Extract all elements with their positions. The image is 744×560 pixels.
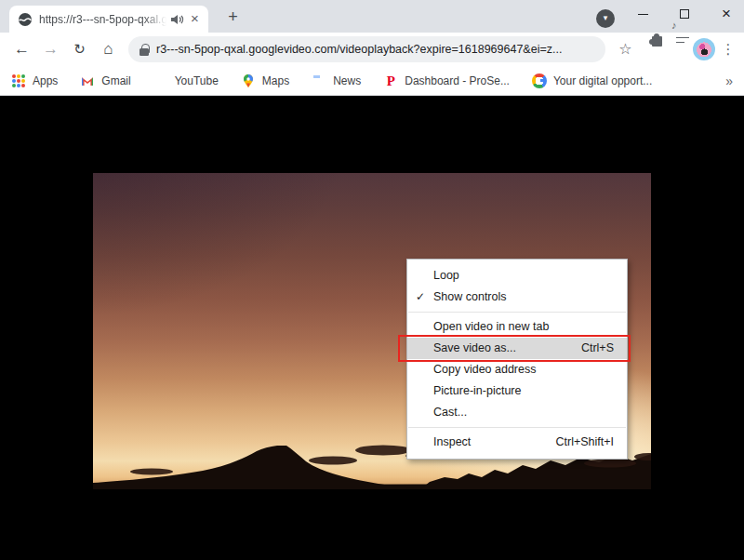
tab-search-button[interactable]: ▾ — [596, 9, 615, 28]
address-bar[interactable]: r3---sn-5pop-qxal.googlevideo.com/videop… — [128, 36, 605, 62]
home-button[interactable]: ⌂ — [94, 35, 123, 63]
menu-item-loop[interactable]: Loop — [407, 265, 627, 287]
profile-avatar[interactable] — [693, 38, 715, 60]
bookmarks-bar: Apps Gmail YouTube Maps News P Dashboard… — [0, 66, 744, 96]
close-window-button[interactable]: × — [711, 0, 742, 28]
bookmark-apps[interactable]: Apps — [11, 73, 58, 88]
shortcut-label: Ctrl+S — [581, 338, 614, 359]
lock-icon[interactable] — [140, 44, 149, 56]
gmail-icon — [80, 73, 95, 88]
extensions-puzzle-icon[interactable] — [638, 35, 663, 63]
maximize-icon — [680, 9, 689, 19]
reload-button[interactable]: ↻ — [65, 35, 94, 63]
browser-window: https://r3---sn-5pop-qxal.go × + ▾ × ← →… — [0, 0, 744, 560]
menu-item-open-video-new-tab[interactable]: Open video in new tab — [407, 316, 627, 338]
menu-item-cast[interactable]: Cast... — [407, 402, 627, 423]
bookmark-gmail[interactable]: Gmail — [80, 73, 130, 88]
bookmarks-overflow-chevron[interactable]: » — [725, 73, 733, 88]
globe-favicon-icon — [18, 12, 33, 27]
new-tab-button[interactable]: + — [221, 7, 245, 30]
bookmark-news[interactable]: News — [312, 73, 361, 88]
menu-item-copy-video-address[interactable]: Copy video address — [407, 359, 627, 380]
maps-icon — [241, 73, 256, 88]
url-text[interactable]: r3---sn-5pop-qxal.googlevideo.com/videop… — [156, 43, 562, 56]
bookmark-pinterest-dashboard[interactable]: P Dashboard - ProSe... — [383, 73, 510, 88]
tab-strip: https://r3---sn-5pop-qxal.go × + ▾ × — [0, 0, 744, 33]
apps-grid-icon — [11, 73, 26, 88]
google-icon — [532, 73, 547, 88]
google-news-icon — [312, 73, 326, 88]
menu-item-save-video-as[interactable]: Save video as... Ctrl+S — [407, 338, 627, 359]
menu-item-show-controls[interactable]: ✓ Show controls — [407, 287, 627, 308]
media-controls-icon[interactable]: ♪ — [663, 35, 688, 63]
menu-separator — [408, 427, 626, 428]
checkmark-icon: ✓ — [416, 287, 425, 308]
youtube-icon — [153, 73, 168, 88]
back-button[interactable]: ← — [7, 35, 36, 63]
browser-toolbar: ← → ↻ ⌂ r3---sn-5pop-qxal.googlevideo.co… — [0, 33, 744, 66]
pinterest-icon: P — [383, 73, 398, 88]
caret-down-icon: ▾ — [604, 13, 608, 22]
browser-tab[interactable]: https://r3---sn-5pop-qxal.go × — [9, 6, 208, 33]
bookmark-youtube[interactable]: YouTube — [153, 73, 219, 88]
menu-item-picture-in-picture[interactable]: Picture-in-picture — [407, 380, 627, 402]
speaker-icon[interactable] — [170, 13, 184, 26]
shortcut-label: Ctrl+Shift+I — [555, 432, 614, 453]
forward-button[interactable]: → — [36, 35, 65, 63]
menu-item-inspect[interactable]: Inspect Ctrl+Shift+I — [407, 432, 627, 453]
bookmark-maps[interactable]: Maps — [241, 73, 289, 88]
video-context-menu: Loop ✓ Show controls Open video in new t… — [406, 259, 628, 460]
tab-close-icon[interactable]: × — [187, 11, 203, 27]
page-content: Loop ✓ Show controls Open video in new t… — [0, 96, 744, 559]
minimize-icon — [638, 14, 648, 15]
bookmark-your-digital[interactable]: Your digital opport... — [532, 73, 652, 88]
minimize-button[interactable] — [627, 0, 658, 28]
menu-separator — [408, 312, 626, 313]
tab-title: https://r3---sn-5pop-qxal.go — [39, 13, 166, 26]
bookmark-star-icon[interactable]: ☆ — [613, 35, 638, 63]
chrome-menu-icon[interactable]: ⋮ — [720, 41, 737, 58]
